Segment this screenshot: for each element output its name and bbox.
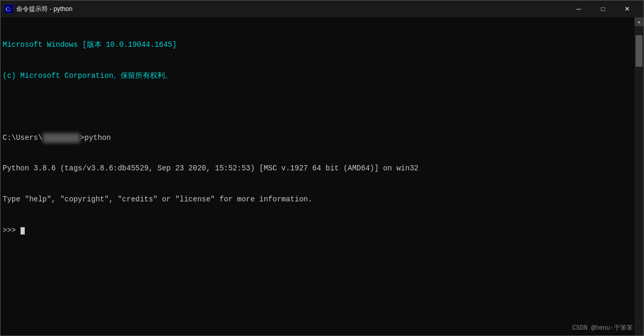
scroll-up-arrow[interactable]: ▲ [635,17,643,26]
console-line-6: Type "help", "copyright", "credits" or "… [3,195,632,205]
svg-text:C:: C: [6,6,11,12]
console-line-7: >>> [3,226,632,236]
cmd-window: C: 命令提示符 - python ─ □ ✕ Microsoft Window… [0,0,644,336]
console-line-4: C:\Users\username>python [3,133,632,144]
title-bar-left: C: 命令提示符 - python [5,5,73,14]
console-line-5: Python 3.8.6 (tags/v3.8.6:db45529, Sep 2… [3,164,632,174]
cursor-blink [21,227,25,235]
cmd-icon: C: [5,5,13,13]
console-body: Microsoft Windows [版本 10.0.19044.1645] (… [1,17,643,335]
console-line-2: (c) Microsoft Corporation。保留所有权利。 [3,71,632,82]
scroll-thumb[interactable] [636,35,642,67]
console-line-3 [3,102,632,113]
title-bar: C: 命令提示符 - python ─ □ ✕ [1,1,643,17]
window-controls: ─ □ ✕ [567,1,639,17]
window-title: 命令提示符 - python [16,5,73,14]
redacted-username: username [43,133,80,144]
scrollbar[interactable]: ▲ [635,17,643,335]
minimize-button[interactable]: ─ [567,1,591,17]
maximize-button[interactable]: □ [591,1,615,17]
console-output[interactable]: Microsoft Windows [版本 10.0.19044.1645] (… [1,17,635,335]
watermark: CSDN @henu-于笨笨 [572,323,633,332]
console-line-1: Microsoft Windows [版本 10.0.19044.1645] [3,40,632,50]
close-button[interactable]: ✕ [615,1,639,17]
